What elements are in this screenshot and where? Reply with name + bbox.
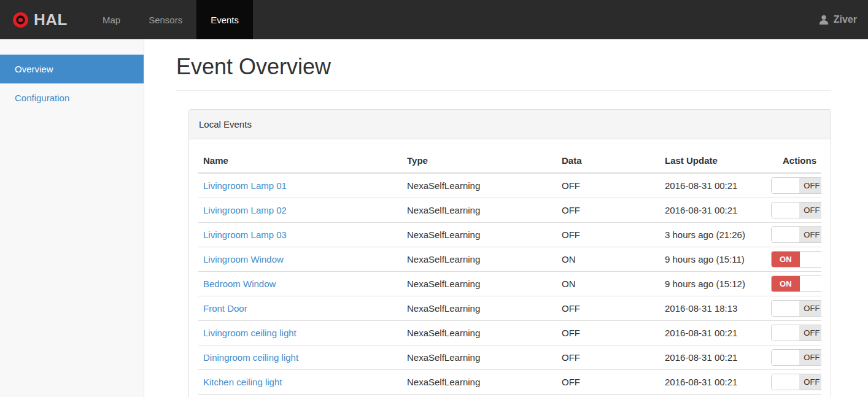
table-row: Livingroom Lamp 02 NexaSelfLearning OFF … [198, 198, 821, 223]
event-type-cell: NexaSelfLearning [402, 198, 557, 223]
event-last-update-cell: 2016-08-31 00:21 [660, 173, 766, 198]
table-header-row: Name Type Data Last Update Actions [198, 148, 821, 173]
event-actions-cell: OFF [766, 345, 821, 370]
event-name-link[interactable]: Livingroom Window [203, 254, 284, 264]
event-last-update-cell: 2016-08-31 18:13 [660, 296, 766, 321]
table-row: Front Door NexaSelfLearning OFF 2016-08-… [198, 296, 821, 321]
main-layout: Overview Configuration Event Overview Lo… [0, 39, 868, 397]
event-type-cell: NexaSelfLearning [402, 223, 557, 247]
event-actions-cell: OFF [766, 370, 821, 395]
event-name-cell: Livingroom Lamp 03 [198, 223, 402, 247]
event-toggle-switch[interactable]: OFF [771, 374, 821, 390]
event-toggle-switch[interactable]: OFF [771, 202, 821, 218]
event-name-link[interactable]: Livingroom Lamp 03 [203, 229, 287, 240]
event-actions-cell: ON [766, 272, 821, 296]
table-row: Kitchen ceiling light NexaSelfLearning O… [198, 370, 821, 395]
event-name-cell: Front Door [198, 296, 402, 321]
event-type-cell: NexaSelfLearning [402, 370, 557, 395]
nav-item-sensors[interactable]: Sensors [134, 0, 196, 39]
event-toggle-switch[interactable]: ON [771, 276, 821, 292]
event-data-cell: OFF [557, 198, 660, 223]
event-name-cell: Bedroom Window [198, 272, 402, 296]
event-type-cell: NexaSelfLearning [402, 321, 557, 345]
event-type-cell: NexaSelfLearning [402, 272, 557, 296]
event-data-cell: OFF [557, 321, 660, 345]
sidebar-item-configuration[interactable]: Configuration [0, 83, 144, 112]
event-actions-cell: OFF [766, 223, 821, 247]
table-row: Diningroom ceiling light NexaSelfLearnin… [198, 345, 821, 370]
sidebar: Overview Configuration [0, 39, 144, 397]
event-toggle-switch[interactable]: OFF [771, 349, 821, 366]
event-last-update-cell: 2016-08-31 00:21 [660, 370, 766, 395]
event-type-cell: NexaSelfLearning [402, 345, 557, 370]
event-data-cell: OFF [557, 296, 660, 321]
event-name-cell: Diningroom ceiling light [198, 345, 402, 370]
event-name-cell: Livingroom ceiling light [198, 321, 402, 345]
event-toggle-switch[interactable]: ON [771, 251, 821, 268]
events-table-body: Livingroom Lamp 01 NexaSelfLearning OFF … [198, 173, 821, 395]
event-toggle-switch[interactable]: OFF [771, 300, 821, 317]
navbar-menu: Map Sensors Events [88, 0, 253, 39]
event-name-link[interactable]: Livingroom Lamp 01 [203, 180, 287, 191]
event-name-link[interactable]: Livingroom ceiling light [203, 328, 296, 338]
event-data-cell: ON [557, 272, 660, 296]
panel-title: Local Events [189, 110, 831, 139]
event-actions-cell: OFF [766, 173, 821, 198]
event-name-cell: Livingroom Lamp 01 [198, 173, 402, 198]
column-header-data: Data [557, 148, 660, 173]
event-toggle-switch[interactable]: OFF [771, 177, 821, 194]
column-header-actions: Actions [766, 148, 821, 173]
event-name-link[interactable]: Kitchen ceiling light [203, 377, 282, 387]
event-name-link[interactable]: Front Door [203, 303, 247, 314]
table-row: Livingroom Window NexaSelfLearning ON 9 … [198, 247, 821, 272]
local-events-panel: Local Events Name Type Data Last Update … [188, 109, 831, 397]
user-menu[interactable]: Ziver [818, 0, 868, 39]
events-table: Name Type Data Last Update Actions Livin… [198, 148, 821, 395]
panel-body: Name Type Data Last Update Actions Livin… [189, 139, 831, 397]
table-row: Livingroom Lamp 01 NexaSelfLearning OFF … [198, 173, 821, 198]
event-data-cell: OFF [557, 223, 660, 247]
event-data-cell: OFF [557, 370, 660, 395]
user-name: Ziver [834, 14, 857, 25]
brand[interactable]: HAL [0, 0, 79, 39]
top-navbar: HAL Map Sensors Events Ziver [0, 0, 868, 39]
column-header-last-update: Last Update [660, 148, 766, 173]
event-data-cell: ON [557, 247, 660, 272]
nav-item-map[interactable]: Map [88, 0, 134, 39]
event-last-update-cell: 9 hours ago (15:11) [660, 247, 766, 272]
event-last-update-cell: 2016-08-31 00:21 [660, 198, 766, 223]
brand-title: HAL [34, 10, 68, 29]
event-actions-cell: ON [766, 247, 821, 272]
event-last-update-cell: 9 hours ago (15:12) [660, 272, 766, 296]
event-actions-cell: OFF [766, 198, 821, 223]
event-name-cell: Livingroom Lamp 02 [198, 198, 402, 223]
event-type-cell: NexaSelfLearning [402, 296, 557, 321]
event-name-cell: Livingroom Window [198, 247, 402, 272]
event-name-link[interactable]: Bedroom Window [203, 279, 276, 289]
event-data-cell: OFF [557, 345, 660, 370]
event-actions-cell: OFF [766, 321, 821, 345]
event-name-cell: Kitchen ceiling light [198, 370, 402, 395]
event-toggle-switch[interactable]: OFF [771, 226, 821, 243]
table-row: Livingroom Lamp 03 NexaSelfLearning OFF … [198, 223, 821, 247]
event-type-cell: NexaSelfLearning [402, 247, 557, 272]
column-header-type: Type [402, 148, 557, 173]
sidebar-item-overview[interactable]: Overview [0, 55, 144, 83]
content-area: Event Overview Local Events Name Type Da… [144, 39, 868, 397]
event-actions-cell: OFF [766, 296, 821, 321]
event-last-update-cell: 2016-08-31 00:21 [660, 345, 766, 370]
event-toggle-switch[interactable]: OFF [771, 325, 821, 341]
event-name-link[interactable]: Diningroom ceiling light [203, 352, 298, 363]
event-last-update-cell: 3 hours ago (21:26) [660, 223, 766, 247]
event-data-cell: OFF [557, 173, 660, 198]
user-icon [818, 14, 829, 25]
nav-item-events[interactable]: Events [196, 0, 253, 39]
title-divider [176, 90, 831, 91]
event-name-link[interactable]: Livingroom Lamp 02 [203, 205, 287, 215]
event-type-cell: NexaSelfLearning [402, 173, 557, 198]
table-row: Livingroom ceiling light NexaSelfLearnin… [198, 321, 821, 345]
event-last-update-cell: 2016-08-31 00:21 [660, 321, 766, 345]
table-row: Bedroom Window NexaSelfLearning ON 9 hou… [198, 272, 821, 296]
column-header-name: Name [198, 148, 402, 173]
hal-logo-icon [12, 12, 29, 28]
